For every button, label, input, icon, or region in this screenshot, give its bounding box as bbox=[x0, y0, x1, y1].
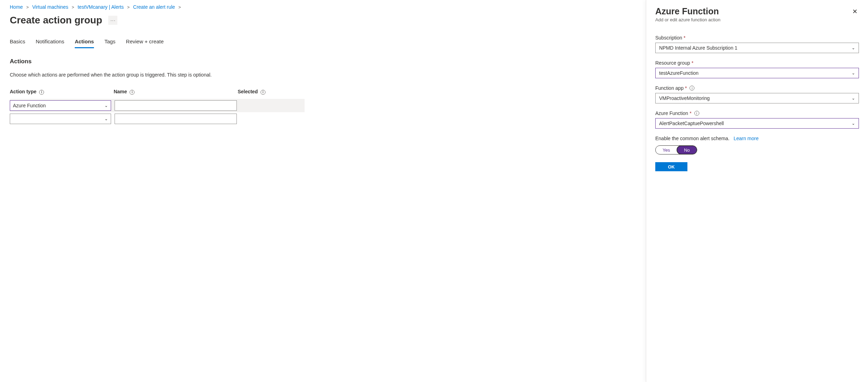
info-icon[interactable]: i bbox=[261, 90, 265, 95]
dropdown-value: NPMD Internal Azure Subscription 1 bbox=[659, 45, 737, 51]
dropdown-value: testAzureFunction bbox=[659, 70, 699, 76]
chevron-right-icon: > bbox=[72, 5, 74, 10]
col-header-selected: Selected bbox=[238, 89, 258, 94]
section-description: Choose which actions are performed when … bbox=[10, 72, 305, 78]
chevron-down-icon: ⌄ bbox=[852, 45, 855, 50]
action-type-dropdown[interactable]: ⌄ bbox=[10, 114, 111, 124]
chevron-right-icon: > bbox=[26, 5, 29, 10]
ok-button[interactable]: OK bbox=[655, 162, 687, 171]
col-header-name: Name bbox=[114, 89, 127, 94]
dropdown-value: VMProactiveMonitoring bbox=[659, 95, 710, 101]
table-header-row: Action type i Name i Selected i bbox=[10, 89, 305, 95]
chevron-right-icon: > bbox=[127, 5, 130, 10]
tab-tags[interactable]: Tags bbox=[104, 38, 116, 48]
required-asterisk: * bbox=[684, 35, 685, 41]
info-icon[interactable]: i bbox=[39, 90, 44, 95]
subscription-label: Subscription bbox=[655, 35, 682, 41]
required-asterisk: * bbox=[690, 110, 691, 116]
breadcrumb-virtual-machines[interactable]: Virtual machines bbox=[32, 4, 68, 10]
section-heading: Actions bbox=[10, 58, 305, 65]
table-row: Azure Function ⌄ bbox=[10, 99, 305, 112]
dropdown-value: AlertPacketCaptuePowershell bbox=[659, 121, 724, 126]
chevron-down-icon: ⌄ bbox=[104, 103, 108, 108]
col-header-type: Action type bbox=[10, 89, 36, 94]
chevron-down-icon: ⌄ bbox=[852, 96, 855, 101]
tab-actions[interactable]: Actions bbox=[75, 38, 94, 48]
info-icon[interactable]: i bbox=[694, 111, 699, 116]
chevron-down-icon: ⌄ bbox=[852, 71, 855, 75]
tabs: Basics Notifications Actions Tags Review… bbox=[10, 38, 305, 48]
function-app-dropdown[interactable]: VMProactiveMonitoring ⌄ bbox=[655, 93, 859, 103]
action-name-input[interactable] bbox=[115, 114, 237, 124]
resource-group-dropdown[interactable]: testAzureFunction ⌄ bbox=[655, 68, 859, 78]
breadcrumb-create-alert-rule[interactable]: Create an alert rule bbox=[133, 4, 175, 10]
subscription-dropdown[interactable]: NPMD Internal Azure Subscription 1 ⌄ bbox=[655, 43, 859, 53]
close-icon[interactable]: ✕ bbox=[851, 6, 859, 17]
ellipsis-icon: ··· bbox=[110, 17, 116, 23]
azure-function-dropdown[interactable]: AlertPacketCaptuePowershell ⌄ bbox=[655, 118, 859, 129]
info-icon[interactable]: i bbox=[690, 86, 694, 91]
chevron-down-icon: ⌄ bbox=[852, 121, 855, 126]
breadcrumb: Home > Virtual machines > testVMcanary |… bbox=[10, 4, 305, 10]
azure-function-label: Azure Function bbox=[655, 110, 688, 116]
required-asterisk: * bbox=[692, 60, 693, 66]
chevron-down-icon: ⌄ bbox=[104, 116, 108, 121]
azure-function-panel: Azure Function Add or edit azure functio… bbox=[646, 0, 868, 382]
dropdown-value: Azure Function bbox=[13, 103, 46, 108]
panel-title: Azure Function bbox=[655, 6, 720, 16]
tab-basics[interactable]: Basics bbox=[10, 38, 25, 48]
toggle-no[interactable]: No bbox=[677, 146, 697, 154]
tab-notifications[interactable]: Notifications bbox=[36, 38, 64, 48]
info-icon[interactable]: i bbox=[130, 90, 134, 95]
action-name-input[interactable] bbox=[115, 100, 237, 111]
common-schema-text: Enable the common alert schema. bbox=[655, 136, 729, 141]
common-schema-toggle[interactable]: Yes No bbox=[655, 145, 697, 154]
table-row: ⌄ bbox=[10, 112, 305, 125]
resource-group-label: Resource group bbox=[655, 60, 690, 66]
page-title: Create action group bbox=[10, 15, 102, 26]
function-app-label: Function app bbox=[655, 85, 684, 91]
panel-subtitle: Add or edit azure function action bbox=[655, 17, 720, 22]
action-type-dropdown[interactable]: Azure Function ⌄ bbox=[10, 100, 111, 111]
learn-more-link[interactable]: Learn more bbox=[734, 136, 759, 141]
required-asterisk: * bbox=[685, 85, 687, 91]
more-button[interactable]: ··· bbox=[108, 16, 117, 25]
toggle-yes[interactable]: Yes bbox=[656, 146, 677, 154]
breadcrumb-home[interactable]: Home bbox=[10, 4, 23, 10]
breadcrumb-vm-alerts[interactable]: testVMcanary | Alerts bbox=[78, 4, 124, 10]
tab-review-create[interactable]: Review + create bbox=[126, 38, 164, 48]
chevron-right-icon: > bbox=[178, 5, 181, 10]
